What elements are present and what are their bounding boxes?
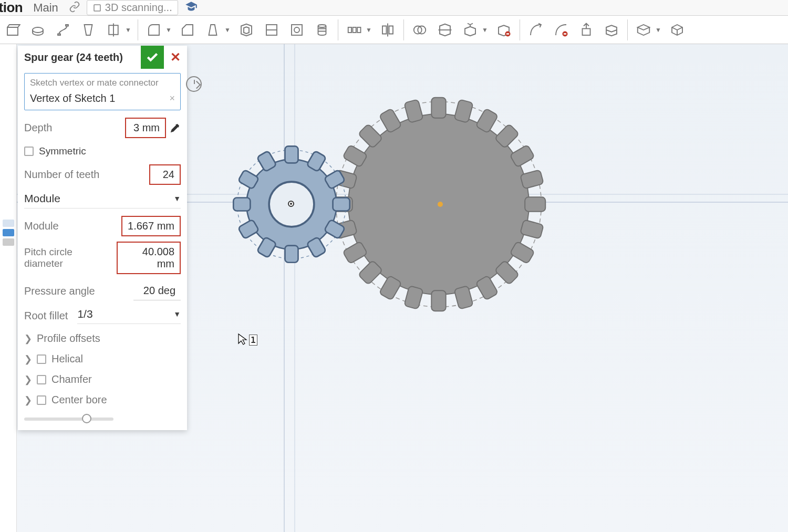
helical-expander[interactable]: ❯ Helical [24, 353, 181, 365]
link-icon[interactable] [69, 1, 80, 15]
chevron-down-icon[interactable]: ▼ [481, 19, 489, 40]
confirm-button[interactable] [141, 46, 164, 69]
fillet-dropdown[interactable]: ▼ [143, 19, 173, 40]
expander-label: Profile offsets [37, 332, 100, 345]
cancel-button[interactable]: ✕ [164, 46, 187, 69]
tab-label: 3D scanning... [105, 2, 172, 14]
clear-selection-icon[interactable]: × [169, 93, 175, 104]
draft-icon[interactable] [202, 19, 223, 40]
chamfer-expander[interactable]: ❯ Chamfer [24, 373, 181, 385]
chevron-down-icon: ▼ [173, 194, 181, 203]
thicken-dropdown[interactable]: ▼ [103, 19, 132, 40]
opacity-slider[interactable] [24, 418, 181, 423]
panel-title: Spur gear (24 teeth) [18, 51, 141, 64]
mate-connector-icon[interactable] [186, 76, 202, 92]
center-bore-expander[interactable]: ❯ Center bore [24, 394, 181, 406]
depth-label: Depth [24, 122, 52, 134]
pattern-dropdown[interactable]: ▼ [344, 19, 373, 40]
transform-dropdown[interactable]: ▼ [460, 19, 489, 40]
graduation-icon[interactable] [184, 0, 198, 16]
gear-center-point [438, 202, 443, 207]
expander-label: Chamfer [51, 373, 92, 385]
move-face-icon[interactable] [576, 19, 597, 40]
delete-face-icon[interactable] [551, 19, 572, 40]
pitch-dia-input[interactable]: 40.008 mm [117, 242, 181, 274]
feature-item[interactable] [3, 238, 14, 246]
chevron-down-icon[interactable]: ▼ [164, 19, 173, 40]
module-input[interactable]: 1.667 mm [121, 216, 181, 236]
expander-label: Helical [51, 353, 83, 365]
svg-rect-29 [431, 290, 445, 311]
modify-fillet-icon[interactable] [525, 19, 546, 40]
checkbox-icon[interactable] [37, 375, 46, 384]
symmetric-label: Symmetric [39, 145, 86, 157]
construction-plane-edge [294, 44, 295, 532]
pitch-dia-label: Pitch circle diameter [24, 246, 112, 269]
fillet-icon[interactable] [143, 19, 164, 40]
plane-icon[interactable] [633, 19, 654, 40]
hole-icon[interactable] [286, 19, 307, 40]
sketch-vertex-point[interactable] [288, 201, 294, 207]
3d-viewport[interactable]: 1 Spur gear (24 teeth) ✕ Sketch vertex o… [0, 44, 788, 532]
dropdown-value: Module [24, 192, 60, 205]
mirror-icon[interactable] [377, 19, 398, 40]
chevron-right-icon: ❯ [24, 394, 32, 406]
depth-input[interactable]: 3 mm [125, 118, 166, 138]
document-title-fragment: ntation [0, 0, 23, 16]
svg-rect-14 [583, 28, 590, 35]
linear-pattern-icon[interactable] [344, 19, 365, 40]
profile-offsets-expander[interactable]: ❯ Profile offsets [24, 332, 181, 345]
chevron-down-icon[interactable]: ▼ [223, 19, 232, 40]
svg-point-6 [318, 25, 326, 27]
root-fillet-label: Root fillet [24, 310, 68, 322]
rib-icon[interactable] [261, 19, 282, 40]
sweep-icon[interactable] [53, 19, 74, 40]
slider-thumb[interactable] [82, 414, 91, 423]
pressure-angle-label: Pressure angle [24, 285, 95, 297]
svg-rect-46 [333, 198, 350, 211]
svg-rect-8 [353, 27, 356, 33]
checkbox-icon[interactable] [37, 354, 46, 364]
plane-dropdown[interactable]: ▼ [633, 19, 662, 40]
chevron-down-icon: ▼ [173, 310, 181, 318]
revolve-icon[interactable] [27, 19, 48, 40]
chevron-down-icon[interactable]: ▼ [365, 19, 373, 40]
vertex-selector[interactable]: Sketch vertex or mate connector Vertex o… [24, 73, 181, 110]
boolean-icon[interactable] [409, 19, 430, 40]
thread-icon[interactable] [312, 19, 333, 40]
draft-dropdown[interactable]: ▼ [202, 19, 232, 40]
module-label: Module [24, 220, 59, 232]
loft-icon[interactable] [78, 19, 99, 40]
checkbox-icon[interactable] [37, 395, 46, 405]
delete-part-icon[interactable] [493, 19, 514, 40]
split-icon[interactable] [434, 19, 455, 40]
expander-label: Center bore [51, 394, 107, 406]
num-teeth-input[interactable]: 24 [149, 164, 181, 185]
pressure-angle-input[interactable]: 20 deg [133, 281, 181, 300]
cube-icon[interactable] [667, 19, 688, 40]
transform-icon[interactable] [460, 19, 481, 40]
symmetric-checkbox[interactable]: Symmetric [24, 145, 181, 157]
replace-face-icon[interactable] [601, 19, 622, 40]
measure-icon[interactable] [169, 122, 181, 134]
svg-rect-4 [292, 25, 302, 35]
chamfer-icon[interactable] [177, 19, 198, 40]
feature-item-selected[interactable] [3, 229, 14, 236]
thicken-icon[interactable] [103, 19, 124, 40]
tab-3d-scanning[interactable]: 3D scanning... [87, 0, 178, 15]
chevron-right-icon: ❯ [24, 374, 32, 385]
checkbox-icon[interactable] [24, 147, 34, 156]
gear-input-type-dropdown[interactable]: Module ▼ [24, 192, 181, 208]
chevron-right-icon: ❯ [24, 333, 32, 345]
tabs-bar: ntation Main 3D scanning... [0, 0, 788, 16]
shell-icon[interactable] [236, 19, 257, 40]
extrude-icon[interactable] [2, 19, 23, 40]
svg-rect-7 [348, 27, 351, 33]
tab-main[interactable]: Main [29, 1, 63, 15]
chevron-down-icon[interactable]: ▼ [124, 19, 132, 40]
chevron-down-icon[interactable]: ▼ [654, 19, 662, 40]
svg-rect-23 [525, 197, 545, 211]
svg-rect-49 [285, 246, 298, 263]
feature-item[interactable] [3, 220, 14, 227]
root-fillet-dropdown[interactable]: 1/3 ▼ [77, 308, 181, 324]
